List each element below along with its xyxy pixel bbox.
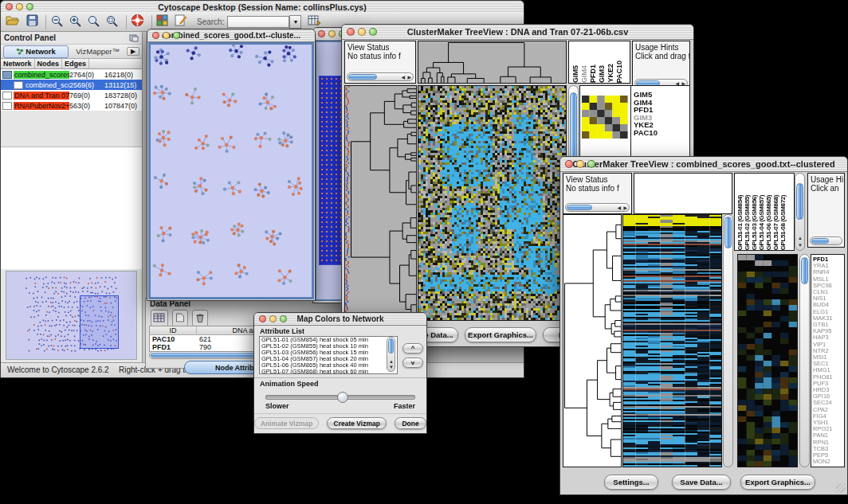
scroll-right-arrow[interactable]: ▶ <box>623 205 627 210</box>
export-graphics-button[interactable]: Export Graphics... <box>740 475 815 490</box>
zoom-button[interactable] <box>587 160 595 168</box>
search-input[interactable] <box>227 16 289 28</box>
column-label[interactable]: PFD1 <box>589 64 597 83</box>
column-label[interactable]: GPL51-01 (GSM854) <box>736 195 744 250</box>
row-tree-canvas[interactable] <box>350 86 416 320</box>
save-session-icon[interactable] <box>26 14 38 29</box>
open-session-icon[interactable] <box>6 14 20 29</box>
network-table-row[interactable]: combined_scores 2764(0) 16218(0) <box>1 69 142 80</box>
network-table-row[interactable]: combined_sco 2569(6) 13112(15) <box>1 80 142 90</box>
column-label[interactable]: YKE2 <box>607 64 614 83</box>
network-canvas[interactable] <box>151 45 312 295</box>
scroll-left-arrow[interactable]: ◀ <box>401 75 405 80</box>
network-table-row[interactable]: RNAPuberNov2+ 563(0) 107847(0) <box>1 100 142 111</box>
vizmapper-icon[interactable] <box>156 14 168 29</box>
treeview2-titlebar[interactable]: ClusterMaker TreeView : combined_scores_… <box>560 157 847 172</box>
column-label[interactable]: GPL51-06 (GSM865) <box>765 195 772 250</box>
close-button[interactable] <box>565 160 573 168</box>
scroll-thumb[interactable] <box>801 257 808 284</box>
annotation-icon[interactable] <box>175 14 187 29</box>
resize-grip[interactable] <box>836 483 846 493</box>
scroll-thumb[interactable] <box>724 217 732 248</box>
close-button[interactable] <box>6 3 13 10</box>
minimize-button[interactable] <box>576 160 584 168</box>
scroll-thumb[interactable] <box>811 238 829 244</box>
tab-network[interactable]: Network <box>3 45 69 58</box>
zoom-out-icon[interactable] <box>50 14 64 30</box>
dialog-titlebar[interactable]: Map Colors to Network <box>254 313 426 326</box>
birdseye-view[interactable] <box>6 271 137 360</box>
column-label[interactable]: GPL51-02 (GSM855) <box>744 195 751 250</box>
tv1-column-dendrogram[interactable] <box>418 41 567 84</box>
save-data-button[interactable]: Save Data... <box>672 475 731 490</box>
column-label[interactable]: PAC10 <box>615 61 623 83</box>
tv1-row-dendrogram[interactable] <box>344 85 417 321</box>
tv2-heatmap-vscroll[interactable] <box>723 214 733 467</box>
tv1-status-hscroll[interactable]: ◀ ▶ <box>347 72 414 81</box>
column-label[interactable]: GIM4 <box>580 65 588 83</box>
column-label[interactable]: GPL51-03 (GSM856) <box>751 195 758 250</box>
tv1-heatmap[interactable] <box>418 85 567 321</box>
row-label[interactable]: PAC10 <box>634 129 689 137</box>
zoom-fit-icon[interactable] <box>87 14 100 30</box>
minimize-button[interactable] <box>328 30 336 37</box>
close-button[interactable] <box>152 32 159 39</box>
tv2-genes-vscroll[interactable] <box>799 254 810 467</box>
dialog-button[interactable]: Create Vizmap <box>327 417 387 429</box>
minimize-button[interactable] <box>358 28 366 36</box>
minimize-button[interactable] <box>269 315 277 322</box>
minimize-button[interactable] <box>163 32 170 39</box>
tv2-status-hscroll[interactable]: ◀ ▶ <box>565 203 630 212</box>
heatmap-canvas[interactable] <box>418 86 566 320</box>
table-mode-icon[interactable] <box>151 310 168 327</box>
close-button[interactable] <box>347 28 355 36</box>
zoom-button[interactable] <box>280 315 287 322</box>
move-down-button[interactable]: v <box>402 357 423 368</box>
scroll-right-arrow[interactable]: ▶ <box>407 75 411 80</box>
tv2-zoom-heatmap[interactable] <box>737 254 798 467</box>
scroll-up-arrow[interactable]: ▲ <box>798 236 803 240</box>
row-tree-canvas[interactable] <box>563 215 621 467</box>
scroll-down-arrow[interactable]: ▼ <box>389 365 394 369</box>
dialog-button[interactable]: Done <box>395 417 426 429</box>
help-ring-icon[interactable] <box>131 14 144 30</box>
zoom-button[interactable] <box>26 3 33 10</box>
scroll-thumb[interactable] <box>796 183 803 220</box>
attribute-listbox[interactable]: GPL51-01 (GSM854) heat shock 05 minGPL51… <box>259 336 398 374</box>
column-label[interactable]: GIM3 <box>598 65 606 83</box>
tv2-labels-vscroll[interactable]: ▲ ▼ <box>795 173 805 251</box>
attribute-list-item[interactable]: GPL51-07 (GSM868) heat shock 60 min <box>260 369 397 374</box>
column-tree-canvas[interactable] <box>418 41 566 83</box>
zoom-button[interactable] <box>369 28 377 36</box>
settings-button[interactable]: Settings... <box>604 475 658 490</box>
move-up-button[interactable]: ^ <box>402 343 423 354</box>
close-button[interactable] <box>259 315 266 322</box>
network-table-row[interactable]: DNA and Tran 07 769(0) 183728(0) <box>1 90 142 100</box>
column-label[interactable]: GPL51-07 (GSM868) <box>772 195 779 250</box>
main-titlebar[interactable]: Cytoscape Desktop (Session Name: collins… <box>1 1 524 14</box>
zoom-selected-icon[interactable] <box>105 14 119 30</box>
column-header[interactable]: Network <box>1 59 35 68</box>
scroll-thumb[interactable] <box>567 205 592 210</box>
column-label[interactable]: GPL51-04 (GSM857) <box>758 195 765 250</box>
column-header[interactable]: Nodes <box>35 59 63 68</box>
scroll-thumb[interactable] <box>348 74 377 80</box>
tab-vizmapper[interactable]: VizMapper™ <box>69 47 127 56</box>
zoom-heatmap-canvas[interactable] <box>738 255 797 467</box>
minimize-button[interactable] <box>16 3 23 10</box>
tv2-row-dendrogram[interactable] <box>563 214 622 467</box>
delete-attribute-icon[interactable] <box>192 310 208 327</box>
dialog-button[interactable]: Animate Vizmap <box>254 417 319 429</box>
animation-slider[interactable] <box>265 395 415 400</box>
gene-label[interactable]: MON2 <box>813 459 844 465</box>
column-label[interactable]: GIM5 <box>571 65 579 83</box>
scroll-up-arrow[interactable]: ▲ <box>389 359 394 364</box>
close-button[interactable] <box>318 30 325 37</box>
tv2-usage-hscroll[interactable] <box>810 236 842 245</box>
birdseye-canvas[interactable] <box>6 272 137 357</box>
zoom-button[interactable] <box>173 32 180 39</box>
column-header[interactable]: Edges <box>62 59 89 68</box>
data-column-id[interactable]: ID <box>150 326 197 334</box>
float-panel-icon[interactable] <box>129 31 139 45</box>
treeview1-titlebar[interactable]: ClusterMaker TreeView : DNA and Tran 07-… <box>342 25 693 40</box>
